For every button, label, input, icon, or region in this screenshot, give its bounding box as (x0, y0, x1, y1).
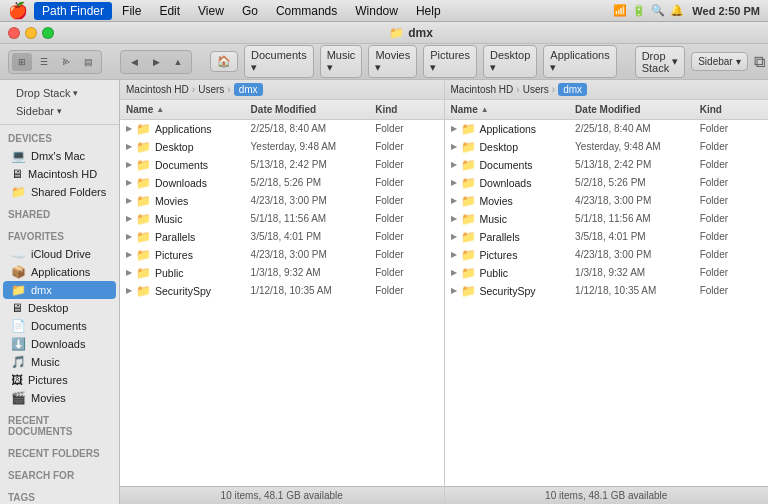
nav-group: ◀ ▶ ▲ (120, 50, 192, 74)
left-col-kind-header[interactable]: Kind (375, 104, 437, 115)
left-col-name-header[interactable]: Name ▲ (126, 104, 251, 115)
file-kind-cell: Folder (375, 195, 437, 206)
file-date-cell: 4/23/18, 3:00 PM (251, 195, 376, 206)
file-kind-cell: Folder (375, 123, 437, 134)
minimize-button[interactable] (25, 27, 37, 39)
menu-window[interactable]: Window (347, 2, 406, 20)
view-mode-group: ⊞ ☰ ⫸ ▤ (8, 50, 102, 74)
right-path-users[interactable]: Users (523, 84, 549, 95)
left-pane-pathbar: Macintosh HD › Users › dmx (120, 80, 444, 100)
maximize-button[interactable] (42, 27, 54, 39)
sidebar-item-downloads[interactable]: ⬇️ Downloads (3, 335, 116, 353)
file-row[interactable]: ▶ 📁 Movies 4/23/18, 3:00 PM Folder (445, 192, 769, 210)
file-row[interactable]: ▶ 📁 Documents 5/13/18, 2:42 PM Folder (445, 156, 769, 174)
pictures-btn[interactable]: Pictures ▾ (423, 45, 477, 78)
file-row[interactable]: ▶ 📁 Public 1/3/18, 9:32 AM Folder (120, 264, 444, 282)
menu-go[interactable]: Go (234, 2, 266, 20)
menu-file[interactable]: File (114, 2, 149, 20)
file-kind-cell: Folder (700, 141, 762, 152)
music-btn[interactable]: Music ▾ (320, 45, 363, 78)
file-row[interactable]: ▶ 📁 Applications 2/25/18, 8:40 AM Folder (445, 120, 769, 138)
file-date-cell: 1/3/18, 9:32 AM (575, 267, 700, 278)
expand-arrow: ▶ (451, 124, 461, 133)
close-button[interactable] (8, 27, 20, 39)
file-row[interactable]: ▶ 📁 Desktop Yesterday, 9:48 AM Folder (445, 138, 769, 156)
home-btn[interactable]: 🏠 (210, 51, 238, 72)
file-date-cell: 5/1/18, 11:56 AM (251, 213, 376, 224)
file-row[interactable]: ▶ 📁 Documents 5/13/18, 2:42 PM Folder (120, 156, 444, 174)
forward-btn[interactable]: ▶ (146, 53, 166, 71)
sidebar-item-macintoshhd[interactable]: 🖥 Macintosh HD (3, 165, 116, 183)
back-btn[interactable]: ◀ (124, 53, 144, 71)
right-path-macintoshhd[interactable]: Macintosh HD (451, 84, 514, 95)
movies-btn[interactable]: Movies ▾ (368, 45, 417, 78)
documents-btn[interactable]: Documents ▾ (244, 45, 314, 78)
list-view-btn[interactable]: ☰ (34, 53, 54, 71)
file-name-cell: ▶ 📁 Public (451, 266, 576, 280)
left-path-users[interactable]: Users (198, 84, 224, 95)
sidebar-item-icloud[interactable]: ☁️ iCloud Drive (3, 245, 116, 263)
left-path-macintoshhd[interactable]: Macintosh HD (126, 84, 189, 95)
up-btn[interactable]: ▲ (168, 53, 188, 71)
menu-help[interactable]: Help (408, 2, 449, 20)
file-row[interactable]: ▶ 📁 Public 1/3/18, 9:32 AM Folder (445, 264, 769, 282)
sidebar: Drop Stack ▾ Sidebar ▾ Devices 💻 Dmx's M… (0, 80, 120, 504)
menu-view[interactable]: View (190, 2, 232, 20)
desktop-btn[interactable]: Desktop ▾ (483, 45, 537, 78)
sidebar-item-applications[interactable]: 📦 Applications (3, 263, 116, 281)
left-file-list[interactable]: ▶ 📁 Applications 2/25/18, 8:40 AM Folder… (120, 120, 444, 486)
sidebar-btn[interactable]: Sidebar ▾ (691, 52, 747, 71)
file-row[interactable]: ▶ 📁 Parallels 3/5/18, 4:01 PM Folder (120, 228, 444, 246)
file-date-cell: 2/25/18, 8:40 AM (575, 123, 700, 134)
sidebar-item-dmxsmac[interactable]: 💻 Dmx's Mac (3, 147, 116, 165)
apple-menu-icon[interactable]: 🍎 (8, 1, 28, 20)
file-date-cell: 5/13/18, 2:42 PM (575, 159, 700, 170)
file-name-cell: ▶ 📁 Applications (126, 122, 251, 136)
sidebar-item-movies[interactable]: 🎬 Movies (3, 389, 116, 407)
sidebar-item-shared-folders[interactable]: 📁 Shared Folders (3, 183, 116, 201)
drop-stack-btn[interactable]: Drop Stack ▾ (635, 46, 686, 78)
file-row[interactable]: ▶ 📁 SecuritySpy 1/12/18, 10:35 AM Folder (445, 282, 769, 300)
sidebar-item-music[interactable]: 🎵 Music (3, 353, 116, 371)
sidebar-drop-stack[interactable]: Drop Stack ▾ (8, 84, 111, 102)
file-name-cell: ▶ 📁 Downloads (451, 176, 576, 190)
file-kind-cell: Folder (700, 195, 762, 206)
file-row[interactable]: ▶ 📁 Applications 2/25/18, 8:40 AM Folder (120, 120, 444, 138)
file-kind-cell: Folder (375, 141, 437, 152)
file-row[interactable]: ▶ 📁 Movies 4/23/18, 3:00 PM Folder (120, 192, 444, 210)
sidebar-sidebar-toggle[interactable]: Sidebar ▾ (8, 102, 111, 120)
file-row[interactable]: ▶ 📁 Pictures 4/23/18, 3:00 PM Folder (120, 246, 444, 264)
sidebar-item-dmx[interactable]: 📁 dmx (3, 281, 116, 299)
icon-view-btn[interactable]: ⊞ (12, 53, 32, 71)
left-col-date-header[interactable]: Date Modified (251, 104, 376, 115)
right-file-list[interactable]: ▶ 📁 Applications 2/25/18, 8:40 AM Folder… (445, 120, 769, 486)
right-col-kind-header[interactable]: Kind (700, 104, 762, 115)
column-view-btn[interactable]: ⫸ (56, 53, 76, 71)
copy-pane-btn[interactable]: ⧉ (754, 48, 765, 76)
file-name-cell: ▶ 📁 Movies (126, 194, 251, 208)
right-col-date-header[interactable]: Date Modified (575, 104, 700, 115)
right-statusbar: 10 items, 48.1 GB available (445, 486, 769, 504)
file-row[interactable]: ▶ 📁 Desktop Yesterday, 9:48 AM Folder (120, 138, 444, 156)
titlebar: 📁 dmx (0, 22, 768, 44)
right-path-dmx[interactable]: dmx (558, 83, 587, 96)
file-row[interactable]: ▶ 📁 Downloads 5/2/18, 5:26 PM Folder (445, 174, 769, 192)
file-row[interactable]: ▶ 📁 Music 5/1/18, 11:56 AM Folder (445, 210, 769, 228)
menubar: 🍎 Path Finder File Edit View Go Commands… (0, 0, 768, 22)
menu-pathfinder[interactable]: Path Finder (34, 2, 112, 20)
cover-flow-btn[interactable]: ▤ (78, 53, 98, 71)
applications-btn[interactable]: Applications ▾ (543, 45, 616, 78)
file-row[interactable]: ▶ 📁 Music 5/1/18, 11:56 AM Folder (120, 210, 444, 228)
sidebar-item-desktop[interactable]: 🖥 Desktop (3, 299, 116, 317)
file-row[interactable]: ▶ 📁 Parallels 3/5/18, 4:01 PM Folder (445, 228, 769, 246)
sidebar-item-documents[interactable]: 📄 Documents (3, 317, 116, 335)
traffic-lights (8, 27, 54, 39)
sidebar-item-pictures[interactable]: 🖼 Pictures (3, 371, 116, 389)
left-path-dmx[interactable]: dmx (234, 83, 263, 96)
file-row[interactable]: ▶ 📁 SecuritySpy 1/12/18, 10:35 AM Folder (120, 282, 444, 300)
file-row[interactable]: ▶ 📁 Pictures 4/23/18, 3:00 PM Folder (445, 246, 769, 264)
right-col-name-header[interactable]: Name ▲ (451, 104, 576, 115)
menu-edit[interactable]: Edit (151, 2, 188, 20)
menu-commands[interactable]: Commands (268, 2, 345, 20)
file-row[interactable]: ▶ 📁 Downloads 5/2/18, 5:26 PM Folder (120, 174, 444, 192)
